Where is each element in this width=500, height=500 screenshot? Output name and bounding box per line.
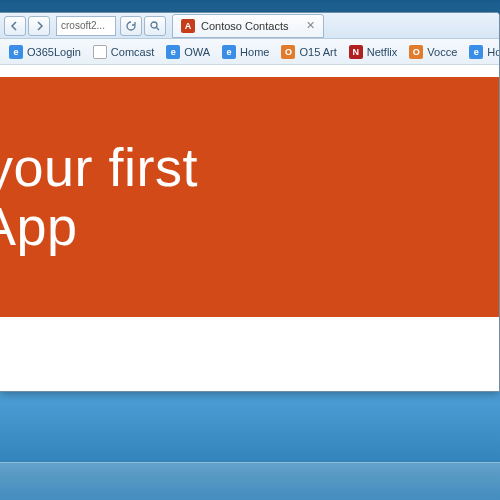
favicon-icon: O: [409, 45, 423, 59]
tab-close-icon[interactable]: ✕: [306, 19, 315, 32]
bookmark-label: O365Login: [27, 46, 81, 58]
bookmark-label: OWA: [184, 46, 210, 58]
tab-title: Contoso Contacts: [201, 20, 288, 32]
arrow-left-icon: [10, 21, 20, 31]
browser-window: crosoft2... A Contoso Contacts ✕ eO365Lo…: [0, 12, 500, 392]
hero-line-1: e your first: [0, 138, 499, 197]
address-bar[interactable]: crosoft2...: [56, 16, 116, 36]
bookmark-label: Hotmail: [487, 46, 499, 58]
favicon-icon: [93, 45, 107, 59]
favicon-icon: O: [281, 45, 295, 59]
bookmark-label: Netflix: [367, 46, 398, 58]
hero-banner: e your first s App: [0, 77, 499, 317]
access-app-icon: A: [181, 19, 195, 33]
bookmark-item[interactable]: eO365Login: [4, 43, 86, 61]
title-bar: crosoft2... A Contoso Contacts ✕: [0, 13, 499, 39]
hero-line-2: s App: [0, 197, 499, 256]
bookmark-item[interactable]: eOWA: [161, 43, 215, 61]
bookmark-item[interactable]: eHotmail: [464, 43, 499, 61]
bookmark-label: O15 Art: [299, 46, 336, 58]
refresh-icon: [126, 21, 136, 31]
favicon-icon: N: [349, 45, 363, 59]
bookmark-label: Home: [240, 46, 269, 58]
back-button[interactable]: [4, 16, 26, 36]
address-text: crosoft2...: [61, 20, 105, 31]
svg-point-0: [151, 22, 157, 28]
favicon-icon: e: [9, 45, 23, 59]
browser-tab[interactable]: A Contoso Contacts ✕: [172, 14, 324, 38]
bookmark-item[interactable]: OO15 Art: [276, 43, 341, 61]
bookmark-label: Vocce: [427, 46, 457, 58]
favicon-icon: e: [469, 45, 483, 59]
windows-taskbar[interactable]: [0, 462, 500, 500]
favicon-icon: e: [166, 45, 180, 59]
refresh-button[interactable]: [120, 16, 142, 36]
page-content: e your first s App: [0, 65, 499, 391]
bookmark-item[interactable]: eHome: [217, 43, 274, 61]
search-icon: [150, 21, 160, 31]
bookmark-item[interactable]: NNetflix: [344, 43, 403, 61]
forward-button[interactable]: [28, 16, 50, 36]
bookmark-item[interactable]: Comcast: [88, 43, 159, 61]
bookmark-label: Comcast: [111, 46, 154, 58]
bookmarks-bar: eO365LoginComcasteOWAeHomeOO15 ArtNNetfl…: [0, 39, 499, 65]
arrow-right-icon: [34, 21, 44, 31]
favicon-icon: e: [222, 45, 236, 59]
search-button[interactable]: [144, 16, 166, 36]
bookmark-item[interactable]: OVocce: [404, 43, 462, 61]
